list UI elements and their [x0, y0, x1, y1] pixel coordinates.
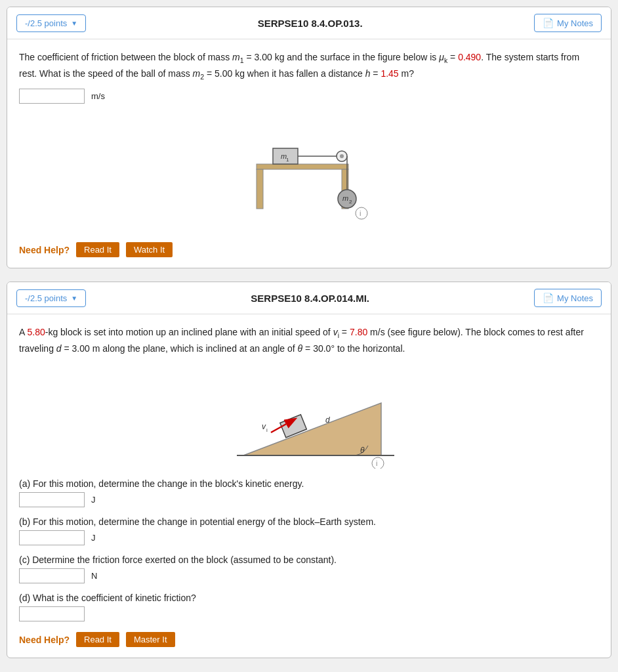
- svg-text:m: m: [342, 194, 348, 202]
- problem-text-2: A 5.80-kg block is set into motion up an…: [19, 325, 599, 356]
- sub-a-label: (a) For this motion, determine the chang…: [19, 478, 599, 489]
- mass-value: 5.80: [27, 327, 45, 337]
- my-notes-button-2[interactable]: 📄 My Notes: [534, 289, 602, 307]
- chevron-down-icon-1: ▼: [71, 20, 77, 27]
- problem-card-1: -/2.5 points ▼ SERPSE10 8.4.OP.013. 📄 My…: [7, 7, 611, 268]
- sub-b-unit: J: [91, 533, 96, 543]
- problem-card-2: -/2.5 points ▼ SERPSE10 8.4.OP.014.MI. 📄…: [7, 282, 611, 658]
- svg-text:i: i: [360, 209, 361, 217]
- svg-point-8: [340, 154, 344, 158]
- svg-rect-0: [257, 164, 348, 169]
- svg-text:θ: θ: [360, 446, 365, 455]
- need-help-row-2: Need Help? Read It Master It: [19, 632, 599, 647]
- points-label-2: -/2.5 points: [25, 293, 67, 303]
- svg-text:1: 1: [286, 157, 289, 163]
- need-help-label-2: Need Help?: [19, 635, 70, 645]
- sub-c-input-row: N: [19, 568, 599, 583]
- card-header-2: -/2.5 points ▼ SERPSE10 8.4.OP.014.MI. 📄…: [7, 282, 611, 314]
- card-body-2: A 5.80-kg block is set into motion up an…: [7, 314, 611, 658]
- sub-b-label: (b) For this motion, determine the chang…: [19, 516, 599, 527]
- sub-question-b: (b) For this motion, determine the chang…: [19, 516, 599, 545]
- sub-b-input-row: J: [19, 530, 599, 545]
- sub-question-c: (c) Determine the friction force exerted…: [19, 555, 599, 583]
- figure-svg-1: m 1 m 2 i: [237, 112, 381, 230]
- need-help-label-1: Need Help?: [19, 245, 70, 255]
- sub-d-input-row: [19, 606, 599, 621]
- kinetic-friction-input[interactable]: [19, 606, 85, 621]
- sub-c-unit: N: [91, 571, 97, 581]
- points-label-1: -/2.5 points: [25, 18, 67, 28]
- my-notes-label-2: My Notes: [557, 293, 593, 303]
- sub-a-unit: J: [91, 495, 96, 505]
- chevron-down-icon-2: ▼: [71, 295, 77, 302]
- svg-text:v: v: [262, 422, 266, 431]
- my-notes-label-1: My Notes: [557, 18, 593, 28]
- problem-id-2: SERPSE10 8.4.OP.014.MI.: [251, 293, 369, 304]
- text-p1: The coefficient of friction between the …: [19, 52, 232, 62]
- svg-rect-1: [257, 169, 263, 209]
- figure-svg-2: v i d θ i: [224, 364, 394, 469]
- speed-unit: m/s: [91, 91, 105, 101]
- card-body-1: The coefficient of friction between the …: [7, 39, 611, 268]
- read-it-button-1[interactable]: Read It: [76, 242, 119, 257]
- notes-icon-2: 📄: [543, 293, 554, 303]
- friction-force-input[interactable]: [19, 568, 85, 583]
- sub-question-a: (a) For this motion, determine the chang…: [19, 478, 599, 507]
- speed-input[interactable]: [19, 89, 85, 104]
- sub-d-label: (d) What is the coefficient of kinetic f…: [19, 593, 599, 603]
- figure-1: m 1 m 2 i: [19, 112, 599, 232]
- sub-a-input-row: J: [19, 492, 599, 507]
- points-button-1[interactable]: -/2.5 points ▼: [16, 14, 86, 32]
- need-help-row-1: Need Help? Read It Watch It: [19, 242, 599, 257]
- potential-energy-input[interactable]: [19, 530, 85, 545]
- svg-text:2: 2: [349, 199, 352, 205]
- svg-text:i: i: [266, 427, 268, 433]
- points-button-2[interactable]: -/2.5 points ▼: [16, 289, 86, 307]
- problem-id-1: SERPSE10 8.4.OP.013.: [258, 18, 363, 29]
- master-it-button-2[interactable]: Master It: [126, 632, 175, 647]
- read-it-button-2[interactable]: Read It: [76, 632, 119, 647]
- my-notes-button-1[interactable]: 📄 My Notes: [534, 14, 602, 32]
- notes-icon-1: 📄: [543, 18, 554, 28]
- sub-question-d: (d) What is the coefficient of kinetic f…: [19, 593, 599, 621]
- m1-label: m1: [232, 52, 244, 62]
- answer-row-1: m/s: [19, 89, 599, 104]
- problem-text-1: The coefficient of friction between the …: [19, 50, 599, 82]
- svg-text:d: d: [325, 415, 330, 425]
- svg-text:i: i: [376, 459, 377, 467]
- svg-point-23: [372, 457, 384, 469]
- watch-it-button-1[interactable]: Watch It: [126, 242, 173, 257]
- card-header-1: -/2.5 points ▼ SERPSE10 8.4.OP.013. 📄 My…: [7, 7, 611, 39]
- svg-point-13: [356, 207, 367, 219]
- sub-c-label: (c) Determine the friction force exerted…: [19, 555, 599, 565]
- kinetic-energy-input[interactable]: [19, 492, 85, 507]
- figure-2: v i d θ i: [19, 364, 599, 471]
